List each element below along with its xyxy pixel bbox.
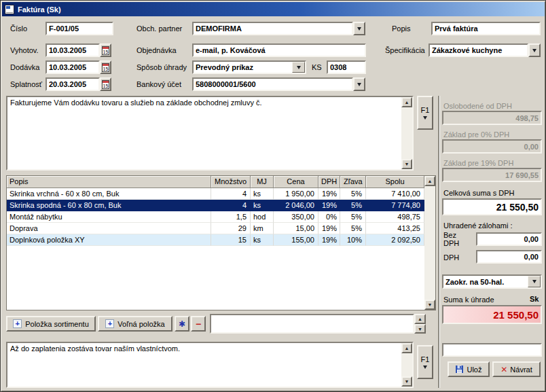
dodavka-label: Dodávka <box>10 63 39 71</box>
cell-zlava: 5% <box>340 200 366 211</box>
ucet-field-wrap <box>192 77 353 91</box>
rounding-dropdown-button[interactable] <box>528 276 541 287</box>
cell-spolu: 7 410,00 <box>366 188 424 200</box>
splatnost-input[interactable] <box>47 79 98 90</box>
partner-input[interactable] <box>194 23 352 34</box>
row-edit-spinner: ▲ ▼ <box>414 314 426 334</box>
row-edit-input[interactable] <box>211 315 413 332</box>
table-row[interactable]: Skrinka vrchná - 60 x 80 cm, Buk 4 ks 1 … <box>7 188 435 200</box>
objednavka-input[interactable] <box>194 45 365 56</box>
scroll-up-button[interactable]: ▲ <box>424 176 435 186</box>
back-button[interactable]: ✕ Návrat <box>492 361 541 377</box>
table-row-selected[interactable]: Skrinka spodná - 60 x 80 cm, Buk 4 ks 2 … <box>7 200 435 211</box>
header-cena[interactable]: Cena <box>274 176 318 188</box>
chevron-down-icon <box>532 49 536 52</box>
table-header-row: Popis Množstvo MJ Cena DPH Zľava Spolu <box>7 176 435 188</box>
cell-spolu: 2 092,50 <box>366 234 424 246</box>
insert-row-button[interactable]: ✱ <box>175 316 189 332</box>
celkova-value <box>443 200 541 214</box>
header-note-textarea[interactable]: Fakturujeme Vám dodávku tovaru a služieb… <box>7 97 401 169</box>
partner-dropdown-button[interactable] <box>353 22 365 35</box>
add-sortiment-button[interactable]: + Položka sortimentu <box>6 316 96 332</box>
ucet-label: Bankový účet <box>136 80 181 88</box>
dph-field-wrap <box>476 250 542 264</box>
cell-mnozstvo: 29 <box>211 223 251 234</box>
header-mnozstvo[interactable]: Množstvo <box>211 176 251 188</box>
cell-mnozstvo: 4 <box>211 188 251 200</box>
save-button[interactable]: Ulož <box>448 361 490 377</box>
cell-mnozstvo: 4 <box>211 200 251 211</box>
dodavka-input[interactable] <box>47 62 98 73</box>
cell-zlava: 5% <box>340 211 366 223</box>
splatnost-label: Splatnosť <box>10 80 42 88</box>
header-note-scrollbar[interactable]: ▲ ▼ <box>401 97 412 169</box>
cell-dph: 19% <box>318 200 340 211</box>
calendar-icon: 15 <box>102 63 109 72</box>
spin-down-button[interactable]: ▼ <box>414 324 426 334</box>
rounding-combobox[interactable]: Zaokr. na 50-hal. <box>442 274 542 289</box>
footer-note-scrollbar[interactable]: ▲ ▼ <box>401 343 412 387</box>
vyhotov-input[interactable] <box>47 45 98 56</box>
dodavka-field-wrap <box>46 60 100 74</box>
vyhotov-calendar-button[interactable]: 15 <box>100 43 111 57</box>
title-bar[interactable]: Faktúra (Sk) <box>2 2 545 16</box>
ks-input[interactable] <box>328 62 365 73</box>
table-scrollbar[interactable]: ▲ ▼ <box>424 176 435 310</box>
cancel-icon: ✕ <box>500 365 507 374</box>
suma-label: Suma k úhrade <box>443 296 494 304</box>
footer-note-textarea[interactable]: Až do zaplatenia zostáva tovar naším vla… <box>7 343 401 387</box>
quick-text-input[interactable] <box>443 344 541 355</box>
table-row[interactable]: Doplnková položka XY 15 ks 155,00 19% 10… <box>7 234 435 246</box>
invoice-window: Faktúra (Sk) Číslo Obch. partner Popis V… <box>0 0 546 392</box>
chevron-down-icon <box>423 366 427 369</box>
bez-dph-field-wrap <box>476 232 542 246</box>
cell-zlava: 10% <box>340 234 366 246</box>
plus-icon: + <box>105 319 114 328</box>
header-dph[interactable]: DPH <box>318 176 340 188</box>
table-row[interactable]: Doprava 29 km 15,00 19% 5% 413,25 <box>7 223 435 234</box>
header-popis[interactable]: Popis <box>7 176 211 188</box>
scroll-down-button[interactable]: ▼ <box>401 159 412 169</box>
delete-row-button[interactable]: − <box>191 316 206 332</box>
specifikacia-input[interactable] <box>430 45 527 56</box>
dph-input[interactable] <box>477 251 541 262</box>
oslobodene-label: Oslobodené od DPH <box>443 102 512 110</box>
suma-k-uhrade-value <box>443 306 541 323</box>
bez-dph-label-line1: Bez <box>443 231 456 239</box>
zalohy-label: Uhradené zálohami : <box>443 221 513 230</box>
celkova-field-wrap <box>442 198 542 215</box>
scroll-up-button[interactable]: ▲ <box>401 343 412 353</box>
uhrada-dropdown-button[interactable] <box>292 62 305 73</box>
splatnost-calendar-button[interactable]: 15 <box>100 77 111 91</box>
cell-zlava: 5% <box>340 223 366 234</box>
scroll-down-button[interactable]: ▼ <box>424 300 435 310</box>
ucet-input[interactable] <box>194 79 352 90</box>
header-mj[interactable]: MJ <box>251 176 274 188</box>
header-spolu[interactable]: Spolu <box>366 176 424 188</box>
calendar-icon: 15 <box>102 46 109 55</box>
bez-dph-label-line2: DPH <box>443 239 459 247</box>
cell-zlava: 5% <box>340 188 366 200</box>
uhrada-combobox[interactable]: Prevodný príkaz <box>192 60 306 74</box>
cell-cena: 1 950,00 <box>274 188 318 200</box>
scroll-up-button[interactable]: ▲ <box>401 97 412 107</box>
footer-note-f1-button[interactable]: F1 <box>417 345 433 379</box>
scroll-down-button[interactable]: ▼ <box>401 376 412 387</box>
spin-up-button[interactable]: ▲ <box>414 314 426 324</box>
zaklad0-label: Základ pre 0% DPH <box>443 130 509 139</box>
dodavka-calendar-button[interactable]: 15 <box>100 60 111 74</box>
bez-dph-input[interactable] <box>477 234 541 245</box>
specifikacia-dropdown-button[interactable] <box>528 43 541 57</box>
uhrada-label: Spôsob úhrady <box>136 63 187 71</box>
ks-field-wrap <box>327 60 366 74</box>
popis-input[interactable] <box>433 23 539 34</box>
partner-label: Obch. partner <box>136 24 182 33</box>
ucet-dropdown-button[interactable] <box>353 77 365 91</box>
calendar-icon: 15 <box>102 80 109 89</box>
header-note-f1-button[interactable]: F1 <box>417 96 433 130</box>
cislo-input[interactable] <box>47 23 112 34</box>
header-zlava[interactable]: Zľava <box>340 176 366 188</box>
add-free-item-button[interactable]: + Voľná položka <box>98 316 172 332</box>
table-row[interactable]: Montáž nábytku 1,5 hod 350,00 0% 5% 498,… <box>7 211 435 223</box>
cell-popis: Doplnková položka XY <box>7 234 211 246</box>
